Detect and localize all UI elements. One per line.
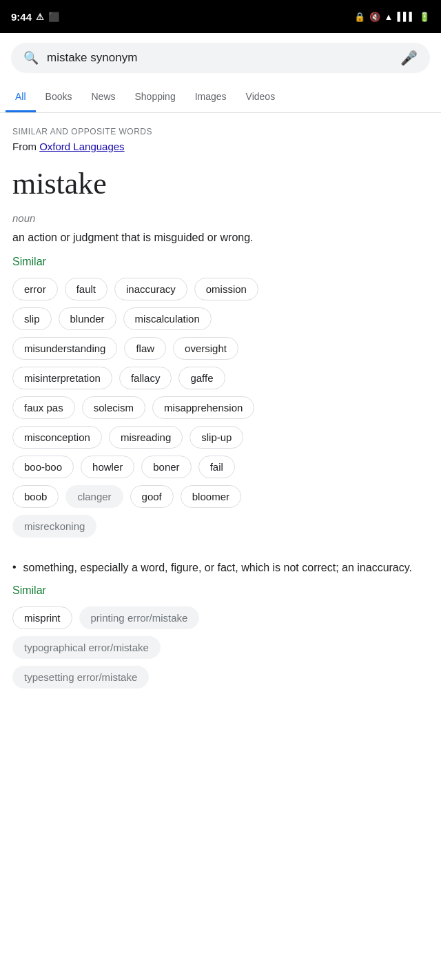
tab-all[interactable]: All [6, 83, 36, 112]
word-title: mistake [12, 166, 429, 201]
chip-misunderstanding[interactable]: misunderstanding [12, 337, 117, 360]
chips-row-7: boo-boo howler boner fail [12, 456, 429, 478]
chip-blunder[interactable]: blunder [59, 307, 116, 330]
status-left: 9:44 ⚠ ⬛ [11, 11, 59, 23]
chips-row-6: misconception misreading slip-up [12, 426, 429, 449]
chip-fallacy[interactable]: fallacy [119, 367, 172, 389]
time: 9:44 [11, 11, 32, 23]
tab-shopping[interactable]: Shopping [125, 83, 185, 112]
chip-misprint[interactable]: misprint [12, 606, 72, 629]
chip-clanger[interactable]: clanger [65, 485, 123, 508]
chip-typesetting-error[interactable]: typesetting error/mistake [12, 666, 149, 688]
chips2-row-3: typesetting error/mistake [12, 666, 429, 688]
search-bar-container: 🔍 mistake synonym 🎤 [0, 33, 441, 83]
chips-row-3: misunderstanding flaw oversight [12, 337, 429, 360]
chip-oversight[interactable]: oversight [173, 337, 238, 360]
chip-misconception[interactable]: misconception [12, 426, 102, 449]
tabs-container: All Books News Shopping Images Videos [0, 83, 441, 113]
chip-goof[interactable]: goof [130, 485, 174, 508]
battery-icon: 🔋 [419, 12, 430, 22]
chip-omission[interactable]: omission [194, 278, 258, 300]
chip-misreading[interactable]: misreading [109, 426, 183, 449]
chips-row-4: misinterpretation fallacy gaffe [12, 367, 429, 389]
mic-icon[interactable]: 🎤 [400, 50, 418, 66]
tab-images[interactable]: Images [185, 83, 236, 112]
chips-row-9: misreckoning [12, 515, 429, 538]
word-definition: an action or judgment that is misguided … [12, 229, 429, 246]
chip-boner[interactable]: boner [141, 456, 191, 478]
signal-icon: ▌▌▌ [397, 12, 415, 21]
lock-icon: 🔒 [354, 12, 365, 22]
chip-misreckoning[interactable]: misreckoning [12, 515, 96, 538]
chip-faux-pas[interactable]: faux pas [12, 396, 75, 419]
chip-typographical-error[interactable]: typographical error/mistake [12, 636, 161, 659]
search-bar[interactable]: 🔍 mistake synonym 🎤 [11, 43, 430, 73]
word-pos: noun [12, 212, 429, 224]
chip-solecism[interactable]: solecism [82, 396, 145, 419]
bullet-dot: • [12, 561, 17, 576]
chip-misinterpretation[interactable]: misinterpretation [12, 367, 112, 389]
chip-boo-boo[interactable]: boo-boo [12, 456, 74, 478]
tab-news[interactable]: News [81, 83, 125, 112]
bullet-text: something, especially a word, figure, or… [23, 560, 412, 576]
chip-flaw[interactable]: flaw [124, 337, 166, 360]
status-right: 🔒 🔇 ▲ ▌▌▌ 🔋 [354, 12, 430, 22]
chip-fault[interactable]: fault [65, 278, 107, 300]
main-content: SIMILAR AND OPPOSITE WORDS From Oxford L… [0, 113, 441, 709]
chip-bloomer[interactable]: bloomer [181, 485, 241, 508]
alert-icon: ⚠ [36, 12, 44, 22]
chip-boob[interactable]: boob [12, 485, 59, 508]
chip-printing-error[interactable]: printing error/mistake [79, 606, 200, 629]
similar-label: Similar [12, 256, 429, 268]
source-prefix: From [12, 141, 39, 152]
bullet-item: • something, especially a word, figure, … [12, 560, 429, 576]
chip-gaffe[interactable]: gaffe [178, 367, 225, 389]
source-link[interactable]: Oxford Languages [39, 141, 124, 152]
chip-inaccuracy[interactable]: inaccuracy [114, 278, 187, 300]
chips2-row-2: typographical error/mistake [12, 636, 429, 659]
status-bar: 9:44 ⚠ ⬛ 🔒 🔇 ▲ ▌▌▌ 🔋 [0, 0, 441, 33]
chips2-row-1: misprint printing error/mistake [12, 606, 429, 629]
chip-slip[interactable]: slip [12, 307, 52, 330]
chips-row-5: faux pas solecism misapprehension [12, 396, 429, 419]
chips-row-1: error fault inaccuracy omission [12, 278, 429, 300]
camera-icon: ⬛ [48, 12, 59, 22]
chip-fail[interactable]: fail [198, 456, 235, 478]
source-line: From Oxford Languages [12, 141, 429, 152]
chip-howler[interactable]: howler [81, 456, 134, 478]
chips-row-2: slip blunder miscalculation [12, 307, 429, 330]
similar-label-2: Similar [12, 584, 429, 597]
chips-row-8: boob clanger goof bloomer [12, 485, 429, 508]
bullet-section: • something, especially a word, figure, … [12, 554, 429, 688]
chip-slip-up[interactable]: slip-up [189, 426, 243, 449]
tab-books[interactable]: Books [36, 83, 82, 112]
search-query[interactable]: mistake synonym [47, 51, 392, 65]
chip-error[interactable]: error [12, 278, 58, 300]
chip-miscalculation[interactable]: miscalculation [123, 307, 212, 330]
section-label: SIMILAR AND OPPOSITE WORDS [12, 127, 429, 136]
search-icon: 🔍 [23, 50, 39, 65]
chip-misapprehension[interactable]: misapprehension [152, 396, 254, 419]
tab-videos[interactable]: Videos [236, 83, 285, 112]
wifi-icon: ▲ [384, 12, 393, 22]
mute-icon: 🔇 [369, 12, 380, 22]
